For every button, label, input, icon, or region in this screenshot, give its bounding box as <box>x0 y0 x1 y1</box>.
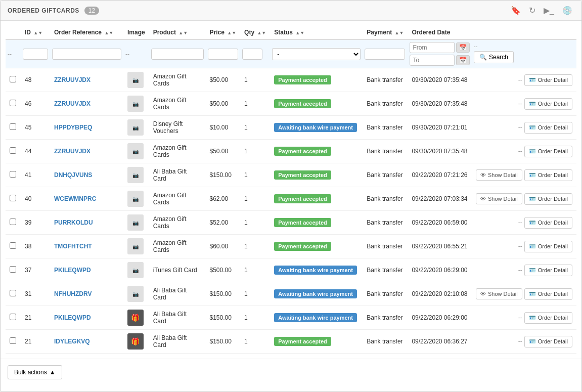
row-actions: 👁 Show Detail 🪪 Order Detail <box>472 187 576 211</box>
row-payment: Bank transfer <box>363 306 408 330</box>
filter-to-input[interactable] <box>410 55 455 66</box>
row-checkbox-cell[interactable] <box>6 187 21 211</box>
filter-product-cell[interactable] <box>149 39 206 68</box>
row-checkbox-cell[interactable] <box>6 330 21 354</box>
status-badge: Awaiting bank wire payment <box>274 289 357 298</box>
row-checkbox-cell[interactable] <box>6 140 21 163</box>
row-order-ref[interactable]: PKILEQWPD <box>50 258 123 282</box>
row-price: $10.00 <box>206 116 241 140</box>
row-checkbox[interactable] <box>10 266 16 273</box>
order-detail-button[interactable]: 🪪 Order Detail <box>524 122 572 134</box>
row-order-ref[interactable]: NFHUHZDRV <box>50 282 123 306</box>
row-checkbox-cell[interactable] <box>6 92 21 116</box>
row-checkbox[interactable] <box>10 337 16 344</box>
filter-price-input[interactable] <box>208 49 238 60</box>
to-calendar-button[interactable]: 📅 <box>456 55 470 65</box>
row-checkbox[interactable] <box>10 100 16 106</box>
filter-date-cell[interactable]: 📅 📅 <box>408 39 472 68</box>
filter-order-ref-cell[interactable] <box>50 39 123 68</box>
filter-status-cell[interactable]: - Payment accepted Awaiting bank wire pa… <box>270 39 363 68</box>
row-checkbox[interactable] <box>10 219 16 225</box>
filter-from-input[interactable] <box>410 42 455 53</box>
row-order-ref[interactable]: PURRKOLDU <box>50 211 123 235</box>
filter-image-cell: -- <box>123 39 149 68</box>
order-detail-button[interactable]: 🪪 Order Detail <box>524 217 572 229</box>
row-checkbox-cell[interactable] <box>6 116 21 140</box>
order-detail-button[interactable]: 🪪 Order Detail <box>524 241 572 252</box>
order-detail-button[interactable]: 🪪 Order Detail <box>524 146 572 157</box>
row-checkbox-cell[interactable] <box>6 163 21 187</box>
row-order-ref[interactable]: TMOFHTCHT <box>50 235 123 258</box>
order-detail-button[interactable]: 🪪 Order Detail <box>524 169 572 181</box>
table-wrapper: ID ▲▼ Order Reference ▲▼ Image Product ▲… <box>1 21 581 359</box>
row-checkbox-cell[interactable] <box>6 211 21 235</box>
filter-order-ref-input[interactable] <box>52 49 121 60</box>
row-order-ref[interactable]: ZZRUUVJDX <box>50 140 123 163</box>
row-order-ref[interactable]: IDYLEGKVQ <box>50 330 123 354</box>
filter-payment-cell[interactable] <box>363 39 408 68</box>
row-product: Ali Baba Gift Card <box>149 306 206 330</box>
terminal-icon[interactable]: ▶_ <box>542 5 556 16</box>
order-detail-button[interactable]: 🪪 Order Detail <box>524 336 572 347</box>
col-status[interactable]: Status ▲▼ <box>270 26 363 39</box>
show-detail-button[interactable]: 👁 Show Detail <box>476 288 522 299</box>
row-checkbox[interactable] <box>10 123 16 130</box>
col-qty[interactable]: Qty ▲▼ <box>240 26 270 39</box>
bulk-actions-button[interactable]: Bulk actions ▲ <box>8 365 62 379</box>
filter-qty-input[interactable] <box>242 49 262 60</box>
row-checkbox[interactable] <box>10 290 16 296</box>
row-date: 09/22/2020 06:36:27 <box>408 330 472 354</box>
filter-status-select[interactable]: - Payment accepted Awaiting bank wire pa… <box>272 48 361 60</box>
table-row: 39 PURRKOLDU 📷 Amazon Gift Cards $52.00 … <box>6 211 576 235</box>
order-detail-button[interactable]: 🪪 Order Detail <box>524 98 572 110</box>
filter-id-input[interactable] <box>23 49 48 60</box>
row-checkbox[interactable] <box>10 242 16 249</box>
row-price: $60.00 <box>206 235 241 258</box>
row-order-ref[interactable]: WCEWMNPRC <box>50 187 123 211</box>
row-status: Payment accepted <box>270 211 363 235</box>
order-detail-button[interactable]: 🪪 Order Detail <box>524 265 572 276</box>
filter-payment-input[interactable] <box>365 49 405 60</box>
row-actions: -- 🪪 Order Detail <box>472 258 576 282</box>
order-detail-button[interactable]: 🪪 Order Detail <box>524 288 572 300</box>
card-icon: 🪪 <box>529 77 536 83</box>
row-order-ref[interactable]: DNHQJVUNS <box>50 163 123 187</box>
row-order-ref[interactable]: ZZRUUVJDX <box>50 92 123 116</box>
col-payment[interactable]: Payment ▲▼ <box>363 26 408 39</box>
refresh-icon[interactable]: ↻ <box>527 5 538 16</box>
filter-product-input[interactable] <box>151 49 204 60</box>
row-checkbox-cell[interactable] <box>6 306 21 330</box>
row-order-ref[interactable]: ZZRUUVJDX <box>50 68 123 92</box>
row-order-ref[interactable]: HPPDYBPEQ <box>50 116 123 140</box>
row-checkbox-cell[interactable] <box>6 68 21 92</box>
database-icon[interactable]: 💿 <box>560 5 574 16</box>
card-icon: 🪪 <box>529 267 536 274</box>
row-checkbox[interactable] <box>10 314 16 320</box>
row-checkbox[interactable] <box>10 76 16 82</box>
row-order-ref[interactable]: PKILEQWPD <box>50 306 123 330</box>
bookmark-icon[interactable]: 🔖 <box>509 5 523 16</box>
col-product[interactable]: Product ▲▼ <box>149 26 206 39</box>
row-checkbox-cell[interactable] <box>6 282 21 306</box>
order-detail-button[interactable]: 🪪 Order Detail <box>524 312 572 324</box>
col-order-ref[interactable]: Order Reference ▲▼ <box>50 26 123 39</box>
order-detail-button[interactable]: 🪪 Order Detail <box>524 193 572 205</box>
search-button[interactable]: 🔍 Search <box>474 51 514 63</box>
from-calendar-button[interactable]: 📅 <box>456 42 470 53</box>
row-checkbox[interactable] <box>10 147 16 154</box>
filter-search-cell[interactable]: -- 🔍 Search <box>472 39 576 68</box>
order-detail-button[interactable]: 🪪 Order Detail <box>524 74 572 86</box>
count-badge: 12 <box>84 7 99 15</box>
row-status: Payment accepted <box>270 140 363 163</box>
row-checkbox[interactable] <box>10 195 16 201</box>
show-detail-button[interactable]: 👁 Show Detail <box>476 193 522 204</box>
filter-qty-cell[interactable] <box>240 39 270 68</box>
row-checkbox[interactable] <box>10 171 16 178</box>
row-checkbox-cell[interactable] <box>6 235 21 258</box>
col-price[interactable]: Price ▲▼ <box>206 26 241 39</box>
filter-price-cell[interactable] <box>206 39 241 68</box>
filter-id-cell[interactable] <box>21 39 50 68</box>
row-checkbox-cell[interactable] <box>6 258 21 282</box>
col-id[interactable]: ID ▲▼ <box>21 26 50 39</box>
show-detail-button[interactable]: 👁 Show Detail <box>476 169 522 181</box>
